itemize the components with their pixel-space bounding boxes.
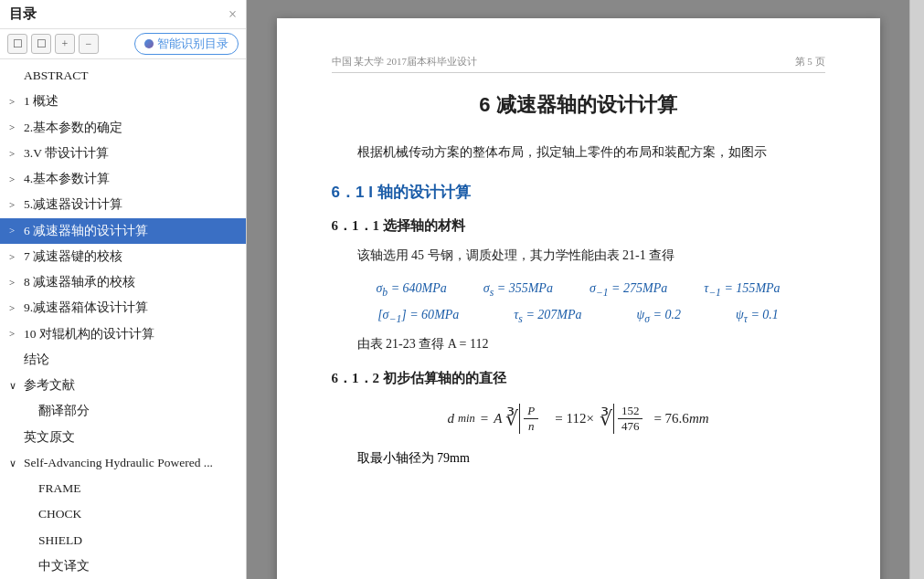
nav-label-ch2: 2.基本参数的确定 bbox=[24, 119, 237, 137]
sidebar-item-translate[interactable]: 翻译部分 bbox=[0, 398, 246, 424]
nav-arrow-ch10: > bbox=[9, 326, 22, 342]
ai-recognize-button[interactable]: 智能识别目录 bbox=[134, 33, 239, 55]
document-page: 中国 某大学 2017届本科毕业设计 第 5 页 6 减速器轴的设计计算 根据机… bbox=[277, 18, 880, 579]
page-container: 中国 某大学 2017届本科毕业设计 第 5 页 6 减速器轴的设计计算 根据机… bbox=[247, 0, 909, 579]
sidebar-item-abstract[interactable]: ABSTRACT bbox=[0, 63, 246, 89]
toolbar-btn-2[interactable]: ☐ bbox=[31, 34, 51, 54]
frac1-num: P bbox=[524, 404, 538, 419]
equals2: = 112× bbox=[555, 411, 594, 426]
nav-label-conclusion: 结论 bbox=[24, 351, 237, 369]
nav-arrow-ch9: > bbox=[9, 300, 22, 316]
nav-label-ch4: 4.基本参数计算 bbox=[24, 170, 237, 188]
main-content: 中国 某大学 2017届本科毕业设计 第 5 页 6 减速器轴的设计计算 根据机… bbox=[247, 0, 909, 579]
ai-btn-label: 智能识别目录 bbox=[157, 36, 228, 52]
toolbar-btn-remove[interactable]: − bbox=[79, 34, 99, 54]
nav-label-ch1: 1 概述 bbox=[24, 92, 237, 111]
formula-tau-minus1: τ−1 = 155MPa bbox=[704, 281, 780, 299]
nav-label-ch8: 8 减速器轴承的校核 bbox=[24, 273, 237, 291]
sidebar-item-self-adv[interactable]: ∨Self-Advancing Hydraulic Powered ... bbox=[0, 450, 246, 476]
frac2-den: 476 bbox=[618, 419, 643, 434]
nav-arrow-self-adv: ∨ bbox=[9, 456, 22, 471]
formula-tau-s: τs = 207MPa bbox=[514, 308, 581, 325]
result-value: = 76.6mm bbox=[653, 411, 708, 426]
nav-label-self-adv: Self-Advancing Hydraulic Powered ... bbox=[24, 454, 237, 472]
dmin-formula: d min = A ∛ P n = 112× ∛ 152 476 = 76.6m… bbox=[332, 404, 825, 434]
from-table-text: 由表 21-23 查得 A = 112 bbox=[332, 332, 825, 355]
sidebar-item-chock[interactable]: CHOCK bbox=[0, 501, 246, 527]
header-right: 第 5 页 bbox=[795, 55, 825, 68]
right-scrollbar[interactable] bbox=[909, 0, 924, 579]
nav-label-ch3: 3.V 带设计计算 bbox=[24, 144, 237, 163]
sidebar-item-ch2[interactable]: >2.基本参数的确定 bbox=[0, 115, 246, 141]
frac1-den: n bbox=[525, 419, 538, 434]
sidebar-item-chinese[interactable]: 中文译文 bbox=[0, 553, 246, 579]
sidebar-toolbar: ☐ ☐ + − 智能识别目录 bbox=[0, 29, 246, 59]
sidebar-item-ch1[interactable]: >1 概述 bbox=[0, 89, 246, 114]
sidebar-item-frame[interactable]: FRAME bbox=[0, 476, 246, 501]
nav-label-translate: 翻译部分 bbox=[38, 402, 237, 420]
nav-arrow-ch8: > bbox=[9, 275, 22, 290]
sidebar-item-ch7[interactable]: >7 减速器键的校核 bbox=[0, 244, 246, 269]
A-symbol: A bbox=[494, 411, 502, 426]
sidebar-item-refs[interactable]: ∨参考文献 bbox=[0, 373, 246, 398]
cbrt-symbol2: ∛ bbox=[600, 407, 612, 431]
material-paragraph: 该轴选用 45 号钢，调质处理，其力学性能由表 21-1 查得 bbox=[332, 244, 825, 267]
formula-psi-sigma: ψσ = 0.2 bbox=[637, 308, 681, 325]
formula-sigma-s: σs = 355MPa bbox=[483, 281, 553, 299]
toolbar-btn-1[interactable]: ☐ bbox=[7, 34, 27, 54]
subsection2-title: 6．1．2 初步估算轴的的直径 bbox=[332, 370, 825, 387]
frac2: 152 476 bbox=[613, 404, 647, 434]
sidebar-nav: ABSTRACT>1 概述>2.基本参数的确定>3.V 带设计计算>4.基本参数… bbox=[0, 59, 246, 579]
formula-psi-tau: ψτ = 0.1 bbox=[736, 308, 779, 325]
nav-label-ch7: 7 减速器键的校核 bbox=[24, 247, 237, 266]
nav-label-refs: 参考文献 bbox=[24, 376, 237, 395]
nav-label-ch5: 5.减速器设计计算 bbox=[24, 195, 237, 214]
equals1: = bbox=[481, 411, 488, 426]
result-text: 取最小轴径为 79mm bbox=[332, 450, 825, 467]
sidebar: 目录 × ☐ ☐ + − 智能识别目录 ABSTRACT>1 概述>2.基本参数… bbox=[0, 0, 247, 579]
header-left: 中国 某大学 2017届本科毕业设计 bbox=[332, 55, 478, 68]
nav-label-ch9: 9.减速器箱体设计计算 bbox=[24, 299, 237, 317]
nav-label-ch10: 10 对辊机构的设计计算 bbox=[24, 325, 237, 343]
formula-sigma-minus1: σ−1 = 275MPa bbox=[589, 281, 667, 299]
sidebar-item-ch3[interactable]: >3.V 带设计计算 bbox=[0, 141, 246, 166]
nav-label-shield: SHIELD bbox=[38, 532, 237, 550]
nav-arrow-ch4: > bbox=[9, 172, 22, 187]
intro-paragraph: 根据机械传动方案的整体布局，拟定轴上零件的布局和装配方案，如图示 bbox=[332, 141, 825, 163]
ai-icon bbox=[144, 39, 154, 48]
formula-row1: σb = 640MPa σs = 355MPa σ−1 = 275MPa τ−1… bbox=[332, 281, 825, 299]
nav-arrow-ch6: > bbox=[9, 223, 22, 238]
nav-label-chinese: 中文译文 bbox=[38, 557, 237, 575]
nav-arrow-ch7: > bbox=[9, 249, 22, 265]
nav-label-ch6: 6 减速器轴的设计计算 bbox=[24, 222, 237, 240]
section1-title: 6．1 I 轴的设计计算 bbox=[332, 182, 825, 203]
page-header: 中国 某大学 2017届本科毕业设计 第 5 页 bbox=[332, 55, 825, 73]
subsection1-title: 6．1．1 选择轴的材料 bbox=[332, 217, 825, 235]
sidebar-item-ch5[interactable]: >5.减速器设计计算 bbox=[0, 192, 246, 217]
sidebar-item-ch6[interactable]: >6 减速器轴的设计计算 bbox=[0, 218, 246, 244]
toolbar-btn-add[interactable]: + bbox=[55, 34, 75, 54]
frac1: P n bbox=[519, 404, 542, 434]
dmin-lhs: d bbox=[447, 411, 454, 426]
nav-label-frame: FRAME bbox=[38, 479, 237, 498]
sidebar-header: 目录 × bbox=[0, 0, 246, 29]
sidebar-item-ch10[interactable]: >10 对辊机构的设计计算 bbox=[0, 321, 246, 347]
sidebar-item-ch9[interactable]: >9.减速器箱体设计计算 bbox=[0, 295, 246, 321]
sidebar-item-ch4[interactable]: >4.基本参数计算 bbox=[0, 166, 246, 192]
cbrt-symbol1: ∛ bbox=[505, 407, 518, 431]
frac2-num: 152 bbox=[618, 404, 643, 419]
sidebar-item-ch8[interactable]: >8 减速器轴承的校核 bbox=[0, 269, 246, 295]
sidebar-item-shield[interactable]: SHIELD bbox=[0, 528, 246, 553]
sidebar-item-english[interactable]: 英文原文 bbox=[0, 425, 246, 450]
formula-sigma-bracket: [σ−1] = 60MPa bbox=[377, 308, 459, 325]
sidebar-item-conclusion[interactable]: 结论 bbox=[0, 347, 246, 373]
nav-arrow-refs: ∨ bbox=[9, 378, 22, 394]
formula-row2: [σ−1] = 60MPa τs = 207MPa ψσ = 0.2 ψτ = … bbox=[332, 308, 825, 325]
sidebar-title: 目录 bbox=[9, 5, 37, 23]
formula-sigma-b: σb = 640MPa bbox=[376, 281, 446, 299]
sidebar-close-button[interactable]: × bbox=[228, 6, 237, 23]
nav-label-chock: CHOCK bbox=[38, 505, 237, 523]
nav-arrow-ch1: > bbox=[9, 94, 22, 110]
nav-arrow-ch3: > bbox=[9, 146, 22, 162]
nav-label-abstract: ABSTRACT bbox=[24, 67, 237, 85]
